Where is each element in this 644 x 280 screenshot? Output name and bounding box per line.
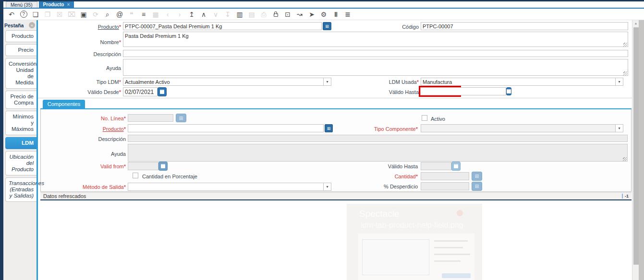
print-icon: ⎙ bbox=[259, 10, 268, 19]
componente-valido-hasta-calendar-button[interactable] bbox=[451, 162, 461, 171]
sidebar-header: Pestaña « bbox=[3, 20, 36, 30]
sidebar-item-transacciones[interactable]: Transacciones (Entradas y Salidas) bbox=[5, 177, 36, 202]
barcode-icon[interactable]: ||| bbox=[331, 10, 340, 19]
nombre-textarea[interactable]: Pasta Dedal Premium 1 Kg bbox=[123, 32, 628, 47]
ayuda-textarea[interactable] bbox=[123, 59, 628, 76]
find-icon[interactable]: ⌕ bbox=[103, 10, 112, 19]
sidebar-item-conversion-unidad[interactable]: Conversión Unidad de Medida bbox=[5, 58, 36, 89]
valido-hasta-calendar-button[interactable] bbox=[506, 87, 511, 95]
ldm-usada-input[interactable] bbox=[421, 78, 616, 86]
componente-producto-input[interactable] bbox=[128, 124, 324, 132]
componente-descripcion-input[interactable] bbox=[128, 135, 628, 142]
producto-label: Producto* bbox=[62, 24, 121, 30]
sidebar-title: Pestaña bbox=[4, 23, 24, 28]
cantidad-label: Cantidad* bbox=[359, 174, 418, 179]
componente-producto-field: ⊞ bbox=[128, 124, 333, 132]
tab-producto[interactable]: Producto× bbox=[39, 1, 74, 8]
calendar-button-icon bbox=[454, 164, 458, 168]
spectacle-ghost-overlay: Spectacle ldm-tab-product-help-field.png bbox=[347, 204, 482, 280]
tipo-componente-input[interactable] bbox=[421, 124, 616, 132]
next-record-icon: › bbox=[175, 10, 184, 19]
new-record-icon[interactable]: ❏ bbox=[31, 10, 40, 19]
chat-icon: ❝ bbox=[127, 10, 136, 19]
codigo-label: Código bbox=[360, 24, 419, 30]
grid-toggle-icon[interactable]: ≡ bbox=[139, 10, 148, 19]
valido-desde-calendar-button[interactable] bbox=[158, 87, 167, 96]
send-mail-icon[interactable]: ➤ bbox=[307, 10, 316, 19]
tipo-ldm-label: Tipo LDM* bbox=[62, 79, 121, 85]
ghost-text-line bbox=[434, 240, 468, 242]
valid-from-calendar-button[interactable] bbox=[158, 162, 168, 171]
desperdicio-input[interactable] bbox=[421, 182, 469, 190]
tab-componentes[interactable]: Componentes bbox=[43, 100, 85, 108]
nombre-label: Nombre* bbox=[62, 39, 121, 45]
componente-producto-search-button[interactable]: ⊞ bbox=[325, 124, 333, 132]
tipo-componente-dropdown-icon[interactable]: ▾ bbox=[616, 124, 623, 132]
componente-producto-label: Producto* bbox=[67, 126, 126, 132]
sidebar-item-minimos-maximos[interactable]: Mínimos y Máximos bbox=[5, 111, 36, 135]
producto-search-button[interactable]: ⊞ bbox=[323, 22, 331, 30]
process-icon[interactable]: ⚙ bbox=[319, 10, 328, 19]
descripcion-input[interactable] bbox=[123, 50, 628, 57]
valido-desde-input[interactable] bbox=[123, 87, 158, 96]
componente-ayuda-resize-grip[interactable] bbox=[623, 157, 627, 161]
componente-valido-hasta-input[interactable] bbox=[421, 162, 451, 170]
ayuda-resize-grip[interactable] bbox=[623, 71, 627, 75]
sidebar-divider bbox=[36, 20, 38, 280]
sidebar-item-precio[interactable]: Precio bbox=[5, 44, 36, 56]
tipo-ldm-input[interactable] bbox=[123, 78, 324, 86]
undo-icon[interactable]: ↶ bbox=[7, 10, 16, 19]
report-icon[interactable]: ▥ bbox=[235, 10, 244, 19]
cantidad-calculator-button[interactable]: ⊞ bbox=[472, 172, 482, 181]
ldm-usada-dropdown-icon[interactable]: ▾ bbox=[616, 78, 623, 86]
workflow-icon[interactable]: ↝ bbox=[295, 10, 304, 19]
ghost-text-line bbox=[434, 260, 461, 262]
attachment-icon[interactable]: @ bbox=[115, 10, 124, 19]
metodo-salida-input[interactable] bbox=[128, 183, 324, 191]
codigo-input[interactable] bbox=[421, 22, 628, 30]
componente-ayuda-label: Ayuda bbox=[67, 151, 126, 157]
save-icon[interactable]: ▣ bbox=[79, 10, 88, 19]
sidebar-item-precio-compra[interactable]: Precio de Compra bbox=[5, 91, 36, 109]
descripcion-label: Descripción bbox=[62, 51, 121, 57]
tab-sidebar: Pestaña « Producto Precio Conversión Uni… bbox=[3, 20, 36, 280]
help-icon[interactable]: ? bbox=[19, 10, 28, 19]
lock-icon[interactable] bbox=[271, 10, 280, 19]
tab-menu-label: Menú (35) bbox=[11, 2, 33, 8]
cantidad-input[interactable] bbox=[421, 172, 469, 180]
valido-hasta-input[interactable] bbox=[420, 87, 506, 95]
collapse-sidebar-button[interactable]: « bbox=[29, 22, 35, 28]
tab-menu[interactable]: Menú (35) bbox=[6, 1, 37, 8]
application-window: Menú (35) Producto× ↶ ? ❏ ❐ ☒ ⌧ ▣ ⟳ ⌕ @ … bbox=[0, 0, 644, 280]
sidebar-item-ubicacion[interactable]: Ubicación del Producto bbox=[5, 151, 36, 175]
sidebar-item-producto[interactable]: Producto bbox=[5, 30, 36, 42]
window-right-border bbox=[639, 20, 644, 280]
cantidad-porcentaje-checkbox[interactable] bbox=[133, 173, 138, 178]
zoom-across-icon[interactable]: ⊡ bbox=[283, 10, 292, 19]
desperdicio-calculator-button[interactable]: ⊞ bbox=[472, 182, 482, 191]
no-linea-label: No. Línea* bbox=[67, 116, 126, 121]
tipo-componente-combobox: ▾ bbox=[421, 124, 623, 132]
valido-desde-label: Válido Desde* bbox=[62, 89, 121, 95]
producto-input[interactable] bbox=[123, 22, 322, 30]
activo-label: Activo bbox=[431, 116, 445, 122]
scrollbar-thumb[interactable] bbox=[633, 27, 639, 265]
metodo-salida-dropdown-icon[interactable]: ▾ bbox=[324, 183, 331, 191]
tipo-ldm-dropdown-icon[interactable]: ▾ bbox=[324, 78, 331, 86]
ghost-close-icon bbox=[457, 210, 463, 216]
tipo-ldm-combobox: ▾ bbox=[123, 78, 331, 86]
componente-ayuda-textarea[interactable] bbox=[128, 144, 628, 162]
vertical-scrollbar[interactable]: ▲ bbox=[632, 20, 639, 280]
scroll-up-icon[interactable]: ▲ bbox=[632, 20, 639, 26]
close-tab-icon[interactable]: × bbox=[67, 2, 70, 7]
no-linea-calculator-button[interactable]: ⊞ bbox=[176, 114, 186, 122]
nombre-resize-grip[interactable] bbox=[623, 43, 627, 47]
first-record-icon[interactable]: ↥ bbox=[187, 10, 196, 19]
no-linea-input[interactable] bbox=[128, 114, 173, 122]
parent-record-icon[interactable]: ∧ bbox=[199, 10, 208, 19]
sidebar-item-ldm[interactable]: LDM bbox=[5, 137, 36, 149]
refresh-icon: ⟳ bbox=[91, 10, 100, 19]
form-toggle-icon[interactable]: ≣ bbox=[343, 10, 352, 19]
activo-checkbox[interactable] bbox=[422, 115, 427, 121]
valid-from-input[interactable] bbox=[128, 162, 158, 170]
